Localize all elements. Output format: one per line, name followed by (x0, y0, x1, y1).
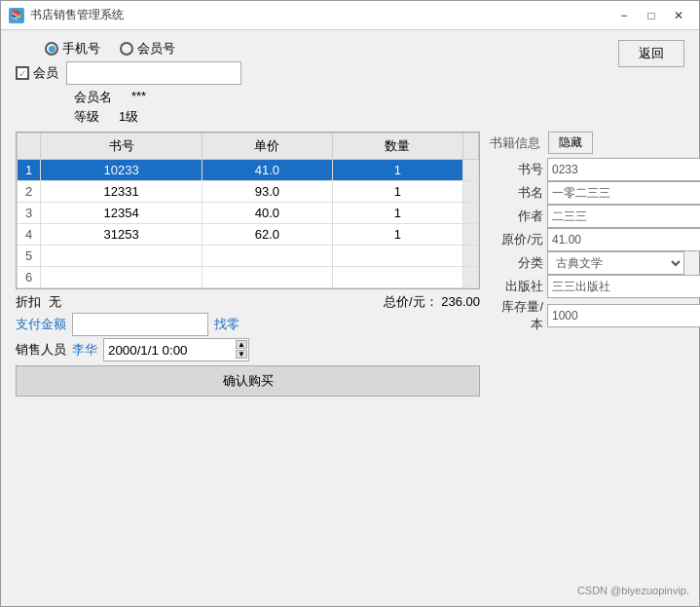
book-info-row: 库存量/本 (490, 298, 684, 333)
radio-member-circle (120, 42, 133, 56)
row-index: 6 (18, 267, 41, 288)
member-level-row: 等级 1级 (74, 108, 241, 126)
radio-member-label: 会员号 (137, 40, 175, 57)
table-row[interactable]: 4 31253 62.0 1 (18, 224, 479, 246)
book-info-label: 原价/元 (490, 231, 543, 248)
table-row[interactable]: 6 (18, 267, 479, 288)
row-scroll-cell (463, 160, 479, 181)
table-row[interactable]: 3 12354 40.0 1 (18, 203, 479, 224)
radio-phone-label: 手机号 (62, 40, 100, 57)
discount-total-row: 折扣 无 总价/元： 236.00 (16, 293, 480, 311)
col-qty-header: 数量 (332, 133, 462, 160)
salesperson-row: 销售人员 李华 ▲ ▼ (16, 338, 480, 361)
title-bar: 📚 书店销售管理系统 − □ ✕ (1, 1, 699, 30)
table-header: 书号 单价 数量 (18, 133, 479, 160)
book-info-fields: 书号书名作者原价/元分类古典文学出版社库存量/本 (490, 158, 684, 333)
total-label: 总价/元： (384, 294, 438, 309)
book-info-field-1[interactable] (547, 181, 700, 205)
row-bookno (41, 267, 203, 288)
row-index: 1 (18, 160, 41, 181)
col-index (18, 133, 41, 160)
radio-phone-circle (45, 42, 58, 56)
scroll-header (463, 133, 479, 160)
member-checkbox-label: 会员 (33, 64, 58, 82)
minimize-button[interactable]: − (611, 5, 637, 26)
discount-area: 折扣 无 (16, 293, 61, 311)
datetime-input[interactable] (103, 338, 249, 361)
book-info-row: 出版社 (490, 275, 684, 298)
member-input-row: ✓ 会员 (16, 61, 241, 85)
book-info-row: 作者 (490, 205, 684, 228)
main-window: 📚 书店销售管理系统 − □ ✕ 手机号 会员号 (0, 0, 700, 607)
row-bookno: 31253 (41, 224, 203, 246)
book-info-label: 出版社 (490, 278, 543, 295)
row-qty: 1 (332, 160, 462, 181)
hide-button[interactable]: 隐藏 (548, 132, 593, 154)
row-scroll-cell (463, 224, 479, 246)
row-price: 41.0 (202, 160, 332, 181)
radio-member[interactable]: 会员号 (120, 40, 175, 57)
row-qty: 1 (332, 181, 462, 203)
book-info-field-2[interactable] (547, 205, 700, 228)
row-qty (332, 246, 462, 267)
table-row[interactable]: 5 (18, 246, 479, 267)
datetime-wrapper: ▲ ▼ (103, 338, 249, 361)
row-qty: 1 (332, 224, 462, 246)
confirm-purchase-button[interactable]: 确认购买 (16, 365, 480, 397)
confirm-btn-row: 确认购买 (16, 365, 480, 397)
book-info-field-6[interactable] (547, 304, 700, 327)
top-area: 手机号 会员号 ✓ 会员 (16, 40, 684, 126)
table-section: 书号 单价 数量 1 10233 41.0 1 2 12331 93.0 (16, 132, 480, 596)
member-section: 手机号 会员号 ✓ 会员 (16, 40, 241, 126)
window-title: 书店销售管理系统 (30, 7, 606, 23)
payment-row: 支付金额 找零 (16, 313, 480, 336)
table-row[interactable]: 2 12331 93.0 1 (18, 181, 479, 203)
datetime-spinner: ▲ ▼ (236, 340, 247, 359)
book-info-header: 书籍信息 隐藏 (490, 132, 684, 154)
member-name-label: 会员名 (74, 89, 112, 106)
payment-label: 支付金额 (16, 316, 66, 333)
row-price: 62.0 (202, 224, 332, 246)
row-index: 2 (18, 181, 41, 203)
content-area: 手机号 会员号 ✓ 会员 (1, 30, 699, 606)
book-info-field-5[interactable] (547, 275, 700, 298)
watermark: CSDN @biyezuopinvip. (577, 585, 689, 596)
payment-input[interactable] (72, 313, 208, 336)
member-level-label: 等级 (74, 108, 99, 126)
close-button[interactable]: ✕ (666, 5, 691, 26)
row-scroll-cell (463, 203, 479, 224)
window-controls: − □ ✕ (611, 5, 691, 26)
salesperson-label: 销售人员 (16, 341, 66, 359)
spin-up[interactable]: ▲ (236, 340, 247, 349)
book-info-label: 作者 (490, 208, 543, 225)
row-bookno: 12354 (41, 203, 203, 224)
book-info-field-0[interactable] (547, 158, 700, 181)
row-scroll-cell (463, 181, 479, 203)
row-index: 5 (18, 246, 41, 267)
row-qty (332, 267, 462, 288)
book-info-category-select[interactable]: 古典文学 (547, 251, 684, 275)
row-bookno (41, 246, 203, 267)
row-price: 93.0 (202, 181, 332, 203)
checkbox-area[interactable]: ✓ 会员 (16, 64, 58, 82)
book-table-container: 书号 单价 数量 1 10233 41.0 1 2 12331 93.0 (16, 132, 480, 289)
member-id-input[interactable] (66, 61, 241, 85)
book-info-row: 原价/元 (490, 228, 684, 251)
row-bookno: 10233 (41, 160, 203, 181)
discount-label: 折扣 (16, 294, 41, 309)
book-table: 书号 单价 数量 1 10233 41.0 1 2 12331 93.0 (17, 133, 479, 288)
watermark-text: CSDN @biyezuopinvip. (577, 585, 689, 596)
row-index: 3 (18, 203, 41, 224)
book-info-label: 库存量/本 (490, 298, 543, 333)
col-price-header: 单价 (202, 133, 332, 160)
maximize-button[interactable]: □ (639, 5, 664, 26)
row-index: 4 (18, 224, 41, 246)
book-info-field-3[interactable] (547, 228, 700, 251)
table-row[interactable]: 1 10233 41.0 1 (18, 160, 479, 181)
right-panel: 书籍信息 隐藏 书号书名作者原价/元分类古典文学出版社库存量/本 (490, 132, 684, 596)
return-button[interactable]: 返回 (618, 40, 684, 67)
book-info-label: 书号 (490, 161, 543, 178)
spin-down[interactable]: ▼ (236, 350, 247, 359)
radio-phone[interactable]: 手机号 (45, 40, 100, 57)
member-checkbox[interactable]: ✓ (16, 66, 29, 80)
